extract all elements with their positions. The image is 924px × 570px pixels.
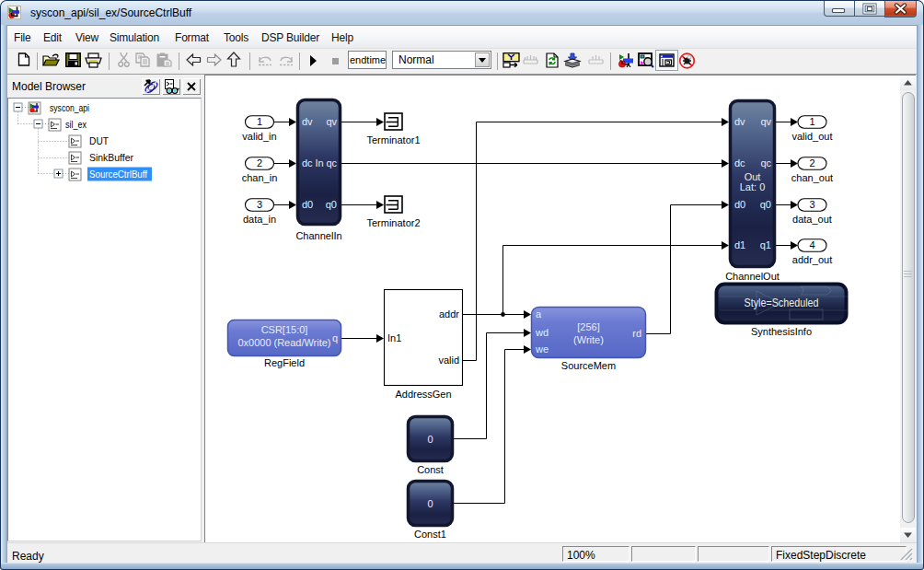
svg-text:q0: q0 — [326, 199, 337, 210]
svg-text:Terminator2: Terminator2 — [366, 217, 420, 228]
svg-text:addr_out: addr_out — [792, 254, 832, 265]
svg-text:1: 1 — [257, 116, 262, 127]
svg-text:SinkBuffer: SinkBuffer — [89, 152, 133, 163]
svg-text:dv: dv — [734, 116, 745, 127]
svg-text:3: 3 — [809, 199, 814, 210]
svg-text:q: q — [332, 332, 338, 343]
svg-text:we: we — [535, 343, 549, 355]
svg-text:[256]: [256] — [577, 321, 599, 332]
svg-text:ChannelOut: ChannelOut — [725, 271, 780, 282]
svg-text:sil_ex: sil_ex — [65, 119, 87, 130]
svg-text:Style=Scheduled: Style=Scheduled — [745, 297, 819, 309]
svg-text:In: In — [315, 157, 323, 169]
svg-text:0: 0 — [427, 434, 433, 445]
svg-text:addr: addr — [439, 308, 459, 320]
svg-text:qv: qv — [326, 116, 337, 127]
svg-text:dv: dv — [302, 116, 313, 127]
svg-text:qv: qv — [760, 116, 771, 127]
svg-text:Terminator1: Terminator1 — [366, 134, 420, 145]
svg-text:dc: dc — [302, 157, 313, 169]
svg-text:Const1: Const1 — [414, 529, 446, 540]
svg-text:d0: d0 — [734, 199, 745, 210]
svg-text:data_out: data_out — [792, 214, 832, 225]
svg-text:syscon_api: syscon_api — [50, 102, 89, 113]
svg-text:dc: dc — [734, 157, 745, 169]
svg-text:q1: q1 — [760, 239, 771, 250]
svg-text:AddressGen: AddressGen — [395, 389, 451, 400]
svg-text:qc: qc — [760, 157, 771, 169]
svg-text:valid_in: valid_in — [242, 131, 276, 142]
svg-text:(Write): (Write) — [573, 334, 604, 345]
svg-text:SynthesisInfo: SynthesisInfo — [751, 326, 812, 337]
svg-text:0x0000 (Read/Write): 0x0000 (Read/Write) — [238, 337, 331, 348]
svg-text:0: 0 — [427, 498, 433, 509]
svg-text:2: 2 — [809, 157, 814, 169]
svg-text:3: 3 — [257, 199, 262, 210]
svg-text:qc: qc — [326, 157, 337, 169]
svg-text:d0: d0 — [302, 199, 313, 210]
svg-text:Lat: 0: Lat: 0 — [740, 181, 766, 192]
svg-text:CSR[15:0]: CSR[15:0] — [261, 324, 308, 335]
svg-text:d1: d1 — [734, 239, 745, 250]
svg-text:SourceMem: SourceMem — [561, 360, 616, 371]
svg-text:valid: valid — [438, 355, 459, 366]
svg-text:1: 1 — [809, 116, 814, 127]
svg-text:chan_in: chan_in — [242, 172, 278, 183]
svg-text:In1: In1 — [387, 332, 401, 343]
svg-text:wd: wd — [535, 327, 549, 338]
svg-text:4: 4 — [809, 239, 814, 250]
svg-text:ChannelIn: ChannelIn — [295, 230, 341, 241]
svg-text:SourceCtrlBuff: SourceCtrlBuff — [89, 169, 148, 180]
svg-text:rd: rd — [632, 328, 641, 339]
svg-text:q0: q0 — [760, 199, 771, 210]
svg-text:2: 2 — [257, 157, 262, 169]
svg-text:a: a — [536, 308, 542, 320]
svg-text:RegField: RegField — [264, 357, 305, 368]
svg-text:chan_out: chan_out — [791, 172, 833, 183]
svg-text:Const: Const — [417, 464, 444, 475]
svg-text:DUT: DUT — [89, 135, 109, 146]
svg-text:valid_out: valid_out — [791, 131, 832, 142]
svg-text:data_in: data_in — [243, 214, 276, 225]
